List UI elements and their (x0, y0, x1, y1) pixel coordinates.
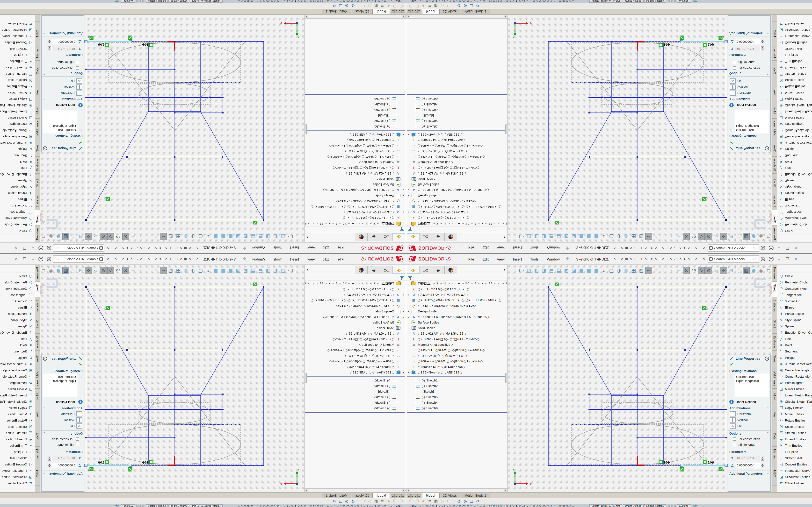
sheet-faint-icon[interactable]: ❐ (408, 4, 414, 8)
tool-intersection-curve[interactable]: ≈ Intersection Curve (777, 33, 812, 40)
add-relation-vertical[interactable]: │ Vertical (729, 84, 769, 90)
expand-panel-icon[interactable]: › (504, 235, 505, 240)
appearance-brush-icon[interactable]: ✐ (420, 4, 426, 8)
tool-corner-rectangle[interactable]: ▭ Corner Rectangle (777, 127, 812, 134)
tree-item[interactable]: ▶ ○25ЗИNΑ∪·○◦○·∪ΑNИЗ25○ (305, 132, 406, 137)
tab-configurationmanager[interactable]: ⊕ (367, 233, 380, 241)
expand-panel-icon[interactable]: › (307, 235, 308, 240)
tool-equation-driven-curve[interactable]: ƒ Equation Driven Curve (777, 329, 812, 336)
tab-propertymanager[interactable]: ⎇ (380, 233, 393, 241)
tree-splitter-handle[interactable] (305, 124, 307, 134)
tree-item[interactable]: ◔○25♟⊙25ИNЗ25○◦○25ЗNИ25⊙♟25○ (406, 303, 507, 308)
gear-icon[interactable]: ⚙ (331, 4, 337, 8)
tool-segment[interactable]: ∷ Segment (0, 153, 35, 159)
tool-silhouette-entities[interactable]: ◪ Silhouette Entities (777, 27, 812, 33)
search-icon[interactable]: ⌕ (753, 257, 755, 261)
tree-item-sketch2[interactable]: (-)Sketch2 (305, 118, 406, 124)
tool-sketch-fillet[interactable]: ◞ Sketch Fillet (0, 455, 35, 461)
help-button[interactable]: ? (37, 256, 45, 263)
tool-polygon[interactable]: ⌂ Polygon (777, 354, 812, 361)
command-tab-evaluate[interactable]: Evaluate (772, 333, 777, 350)
help-button[interactable]: ? (767, 244, 775, 251)
results-folder-icon[interactable]: ❏ (468, 4, 475, 8)
doc-nav-icon[interactable]: ▶| (418, 494, 421, 498)
tool-3-point-center-recta-[interactable]: ◈ 3 Point Center Recta... (0, 361, 35, 367)
command-tab-mesh-modeling[interactable]: Mesh Modeling (35, 81, 40, 102)
appearance-brush-icon[interactable]: ✐ (420, 499, 426, 503)
tool-silhouette-entities[interactable]: ◪ Silhouette Entities (0, 27, 35, 33)
tree-item[interactable]: ≡Material < not specified > (406, 342, 507, 347)
tree-item-sketch5[interactable]: (-)Sketch5 (406, 394, 507, 400)
tree-item[interactable]: ◔○25♟⊙25ИNЗ25○◦○25ЗNИ25⊙♟25○ (406, 199, 507, 204)
scene-lines-icon[interactable]: ≡ (426, 4, 433, 8)
tool-trim-entities[interactable]: ✂ Trim Entities (777, 58, 812, 65)
tree-item[interactable]: ★○25З✛◦⊙ΛΑΦ○◦○ΦΑΛ⊙◦✛З25○ (305, 286, 406, 292)
tree-item-sketch5[interactable]: (-)Sketch5 (406, 107, 507, 113)
menu-insert[interactable]: Insert (286, 244, 303, 251)
tree-item[interactable]: Surface Bodies (305, 182, 406, 187)
command-tab-sketch[interactable]: Sketch (772, 210, 777, 225)
tree-item[interactable]: ▤○25✛З25○ИN⊙◦✛ЭСЗUЗ25○◦○25ЗUЗЭС✛◦⊙NИ25○ (305, 204, 406, 210)
tree-item[interactable]: ▱○·⊙✛○Ж⊙⊡[○◦○]⊡⊙Ж○✛⊙·○ (305, 353, 406, 358)
tool-centerpoint-arc[interactable]: ◠ Centerpoint Arc (0, 285, 35, 292)
command-tab-mbd-dimensions[interactable]: MBD Dimensions (772, 462, 777, 485)
account-button[interactable] (45, 244, 53, 251)
doc-tab-3d-views[interactable]: 3D Views (352, 9, 373, 14)
tree-horizontal-scrollbar[interactable]: ◀▶ (406, 15, 508, 18)
command-tab-surfaces[interactable]: Surfaces (35, 297, 40, 314)
expand-icon[interactable]: ⌄ (43, 32, 45, 35)
doc-tab-model[interactable]: Model (373, 493, 390, 498)
command-tab-surfaces[interactable]: Surfaces (772, 193, 777, 210)
tree-item[interactable]: Σ○25ИN⊙◦✛Α∪□З○◦○З□∪Α✛◦⊙NИ25○ (305, 165, 406, 171)
tool-point[interactable]: ▪ Point (0, 159, 35, 165)
command-tab-sketch[interactable]: Sketch (35, 282, 40, 297)
menu-file[interactable]: File (464, 256, 478, 263)
tool-point[interactable]: ▪ Point (777, 342, 812, 348)
doc-nav-icon[interactable]: ▶| (418, 9, 421, 13)
command-tab-mesh-modeling[interactable]: Mesh Modeling (35, 405, 40, 426)
tool-spline[interactable]: ∿ Spline (777, 323, 812, 329)
menu-insert[interactable]: Insert (509, 244, 526, 251)
tool-fit-spline[interactable]: ⌣ Fit Spline (0, 52, 35, 58)
axis-ruler-icon[interactable]: ∟ (445, 4, 452, 8)
tree-item[interactable]: ▶ Design Binder (406, 193, 507, 199)
tree-item[interactable]: ⊥○ИNo϶ϲo♟⊙○◦○⊙♟oϲ϶oNИ○ (305, 364, 406, 370)
tool-fit-spline[interactable]: ⌣ Fit Spline (777, 449, 812, 455)
doc-tab-motion-study-1[interactable]: Motion Study 1 (461, 493, 490, 498)
command-tab-mesh-modeling[interactable]: Mesh Modeling (772, 405, 777, 426)
doc-nav-icon[interactable]: ▶ (414, 494, 418, 498)
command-tab-weldments[interactable]: Weldments (772, 119, 777, 139)
minimize-button[interactable]: – (775, 256, 783, 263)
command-tab-sketch[interactable]: Sketch (772, 282, 777, 297)
menu-tools[interactable]: Tools (269, 244, 286, 251)
command-tab-evaluate[interactable]: Evaluate (35, 333, 40, 350)
collapse-icon[interactable]: ⌃ (43, 369, 45, 373)
account-button[interactable] (759, 244, 767, 251)
tree-item[interactable]: ▶ A○25ИN⊙◦✛Α✛⊙ИNΑ○◦○ΑNИ⊙✛Α✛◦⊙NИ25○ (406, 314, 507, 320)
panel-help-icon[interactable]: ? (43, 147, 47, 151)
menu-window[interactable]: Window (543, 256, 564, 263)
restore-button[interactable]: ❐ (20, 244, 29, 251)
rollback-bar-2[interactable] (305, 412, 405, 412)
rollback-bar-2[interactable] (407, 95, 507, 95)
tree-item[interactable]: ⊥○ИNo϶ϲo♟⊙○◦○⊙♟oϲ϶oNИ○ (406, 137, 507, 143)
command-tab-mold-tools[interactable]: Mold Tools (35, 388, 40, 405)
command-tab-data-migration[interactable]: Data Migration (772, 426, 777, 447)
tool-parallelogram[interactable]: ▱ Parallelogram (777, 380, 812, 386)
tool-line[interactable]: ╱ Line (777, 336, 812, 342)
tool-circle[interactable]: ○ Circle (777, 228, 812, 234)
menu-tools[interactable]: Tools (269, 256, 286, 263)
doc-tab-3d-views[interactable]: 3D Views (439, 493, 460, 498)
tool-ellipse[interactable]: ⬯ Ellipse (777, 304, 812, 311)
tab-dimxpertmanager[interactable] (355, 233, 367, 241)
checkbox-icon[interactable] (733, 443, 736, 446)
tree-item[interactable]: ▶ ↺○Λ♟⊙✛25◦Ж○◦○Ж◦25✛⊙♟Λ○ (406, 210, 507, 215)
command-tab-weldments[interactable]: Weldments (35, 119, 40, 139)
tool-partial-ellipse[interactable]: ◖ Partial Ellipse (0, 311, 35, 317)
gear-icon[interactable]: ⚙ (475, 499, 481, 503)
tree-splitter-handle[interactable] (305, 373, 307, 383)
tool-offset-entities[interactable]: ⊏ Offset Entities (0, 21, 35, 27)
collapse-icon[interactable]: ⌃ (43, 450, 45, 454)
panel-help-icon[interactable]: ? (765, 356, 769, 361)
tree-item[interactable]: ▶ A○25ИN⊙◦✛Α✛⊙ИNΑ○◦○ΑNИ⊙✛Α✛◦⊙NИ25○ (305, 187, 406, 193)
